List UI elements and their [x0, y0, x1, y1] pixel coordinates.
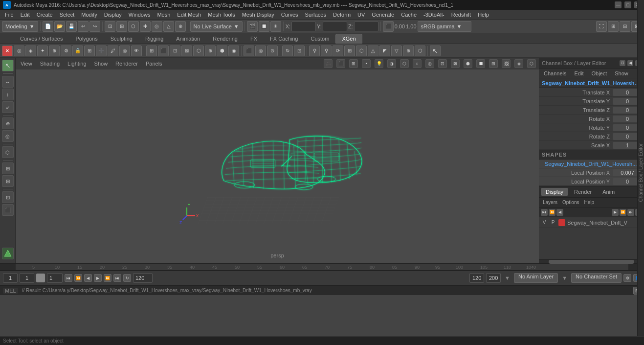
- tab-render[interactable]: Render: [569, 188, 597, 196]
- tab-xgen[interactable]: XGen: [335, 34, 362, 44]
- tab-display[interactable]: Display: [541, 188, 568, 196]
- playback-loop-btn[interactable]: ↻: [123, 274, 131, 282]
- icon-btn14[interactable]: ⬛: [158, 46, 169, 56]
- channel-rotate-z[interactable]: Rotate Z 0: [539, 132, 644, 141]
- mode-dropdown[interactable]: Modeling ▼: [2, 21, 38, 32]
- channel-local-pos-x[interactable]: Local Position X 0.007: [539, 168, 644, 177]
- select-tool-button[interactable]: ⊡: [105, 21, 115, 32]
- tab-polygons[interactable]: Polygons: [69, 34, 104, 44]
- move-btn[interactable]: ◈: [25, 46, 36, 56]
- fullscreen-btn[interactable]: ⛶: [596, 21, 607, 32]
- vp-overlay-icon[interactable]: ◈: [514, 59, 523, 68]
- icon-btn15[interactable]: ⊡: [170, 46, 180, 56]
- attribute-editor-strip[interactable]: Channel Box / Layer Editor: [637, 0, 644, 345]
- maximize-button[interactable]: □: [624, 1, 631, 8]
- srgb-dropdown[interactable]: sRGB gamma ▼: [418, 21, 471, 32]
- playback-prev-btn[interactable]: ◀: [84, 274, 92, 282]
- menu-cache[interactable]: Cache: [398, 11, 420, 19]
- tab-curves-surfaces[interactable]: Curves / Surfaces: [14, 34, 69, 44]
- frame-end-input[interactable]: [133, 273, 153, 283]
- vp-grid-icon[interactable]: ⊞: [349, 59, 358, 68]
- tab-rigging[interactable]: Rigging: [139, 34, 170, 44]
- timeline-track[interactable]: 5 10 15 20 25 30 35 40 45 50 55 60 65 70…: [16, 264, 628, 270]
- menu-uv[interactable]: UV: [355, 11, 368, 19]
- xgen-logo-btn[interactable]: [2, 248, 14, 259]
- icon-btn21[interactable]: ⬛: [244, 46, 254, 56]
- icon-btn22[interactable]: ◎: [255, 46, 266, 56]
- icon-btn19[interactable]: ⬢: [217, 46, 227, 56]
- display-btn2[interactable]: 🔲: [259, 21, 269, 32]
- layout-btn[interactable]: ⊟: [620, 21, 630, 32]
- vp-points-icon[interactable]: •: [362, 59, 371, 68]
- paint-tool-button[interactable]: ⬡: [128, 21, 139, 32]
- display-btn3[interactable]: ☀: [270, 21, 281, 32]
- left-btn-2[interactable]: ↔: [2, 76, 14, 88]
- vp-menu-show[interactable]: Show: [92, 60, 110, 68]
- layers-tab[interactable]: Layers: [541, 199, 559, 206]
- select-mode-btn[interactable]: ✕: [2, 46, 13, 56]
- menu-deform[interactable]: Deform: [330, 11, 354, 19]
- rotate-btn[interactable]: ◎: [14, 46, 24, 56]
- icon-btn11[interactable]: ◎: [119, 46, 130, 56]
- y-input[interactable]: [323, 22, 347, 31]
- vp-smooth-icon[interactable]: ○: [413, 59, 422, 68]
- lasso-tool-button[interactable]: ⊞: [116, 21, 127, 32]
- options-tab[interactable]: Options: [560, 199, 581, 206]
- menu-help[interactable]: Help: [475, 11, 492, 19]
- channel-local-pos-y[interactable]: Local Position Y 0: [539, 177, 644, 186]
- vp-cam-icon[interactable]: 🎥: [324, 59, 333, 68]
- viewport-canvas[interactable]: X Y Z persp: [16, 69, 539, 263]
- x-input[interactable]: [291, 22, 316, 31]
- tab-object[interactable]: Object: [589, 69, 609, 77]
- anim-layer-dropdown[interactable]: ▼: [505, 275, 510, 281]
- icon-btn25[interactable]: ⊡: [294, 46, 305, 56]
- icon-btn7[interactable]: 🔒: [72, 46, 83, 56]
- timeline[interactable]: 5 10 15 20 25 30 35 40 45 50 55 60 65 70…: [0, 263, 644, 271]
- left-btn-11[interactable]: ⬛: [2, 204, 14, 216]
- playback-start-btn[interactable]: ⏮: [65, 274, 72, 282]
- vp-shadow-icon[interactable]: ◑: [387, 59, 396, 68]
- menu-curves[interactable]: Curves: [278, 11, 301, 19]
- channel-translate-y[interactable]: Translate Y 0: [539, 97, 644, 106]
- help-tab[interactable]: Help: [582, 199, 596, 206]
- icon-btn12[interactable]: 👁: [131, 46, 142, 56]
- menu-surfaces[interactable]: Surfaces: [302, 11, 329, 19]
- left-btn-4[interactable]: ↙: [2, 101, 14, 113]
- redo-button[interactable]: ↪: [89, 21, 100, 32]
- minimize-button[interactable]: —: [615, 1, 622, 8]
- menu-create[interactable]: Create: [34, 11, 56, 19]
- menu-redshift[interactable]: Redshift: [448, 11, 474, 19]
- menu-select[interactable]: Select: [57, 11, 78, 19]
- icon-btn27[interactable]: ⚲: [321, 46, 332, 56]
- menu-display[interactable]: Display: [101, 11, 125, 19]
- settings-btn[interactable]: ⚙: [623, 274, 631, 282]
- layer-nav-prev2[interactable]: ⏪: [549, 209, 555, 216]
- icon-btn32[interactable]: ◤: [379, 46, 390, 56]
- char-set-dropdown[interactable]: ▼: [562, 275, 567, 281]
- icon-btn35[interactable]: ⬡: [415, 46, 425, 56]
- left-btn-10[interactable]: ⊡: [2, 191, 14, 203]
- menu-3dto[interactable]: -3DtoAll-: [421, 11, 447, 19]
- tab-custom[interactable]: Custom: [305, 34, 336, 44]
- undo-button[interactable]: ↩: [78, 21, 89, 32]
- playback-prev-key-btn[interactable]: ⏪: [74, 274, 82, 282]
- menu-generate[interactable]: Generate: [369, 11, 397, 19]
- icon-btn33[interactable]: ▽: [391, 46, 402, 56]
- z-input[interactable]: [354, 22, 378, 31]
- vp-crease-icon[interactable]: ⬢: [464, 59, 472, 68]
- menu-mesh-tools[interactable]: Mesh Tools: [205, 11, 238, 19]
- snap2-button[interactable]: ◎: [152, 21, 162, 32]
- render-icon-button[interactable]: 🎬: [247, 21, 258, 32]
- icon-btn5[interactable]: ⊕: [49, 46, 60, 56]
- left-btn-9[interactable]: ⊟: [2, 175, 14, 187]
- icon-btn9[interactable]: ➕: [96, 46, 107, 56]
- vp-wire-icon[interactable]: ⬡: [400, 59, 409, 68]
- icon-btn8[interactable]: ⊞: [84, 46, 95, 56]
- vp-uvs-icon[interactable]: ⊠: [451, 59, 460, 68]
- tab-channels[interactable]: Channels: [542, 69, 568, 77]
- left-btn-8[interactable]: ⊞: [2, 162, 14, 174]
- vp-film-icon[interactable]: ⬛: [336, 59, 345, 68]
- vp-select-icon[interactable]: ⊡: [438, 59, 447, 68]
- vp-menu-shading[interactable]: Shading: [38, 60, 62, 68]
- left-btn-6[interactable]: ◎: [2, 130, 14, 142]
